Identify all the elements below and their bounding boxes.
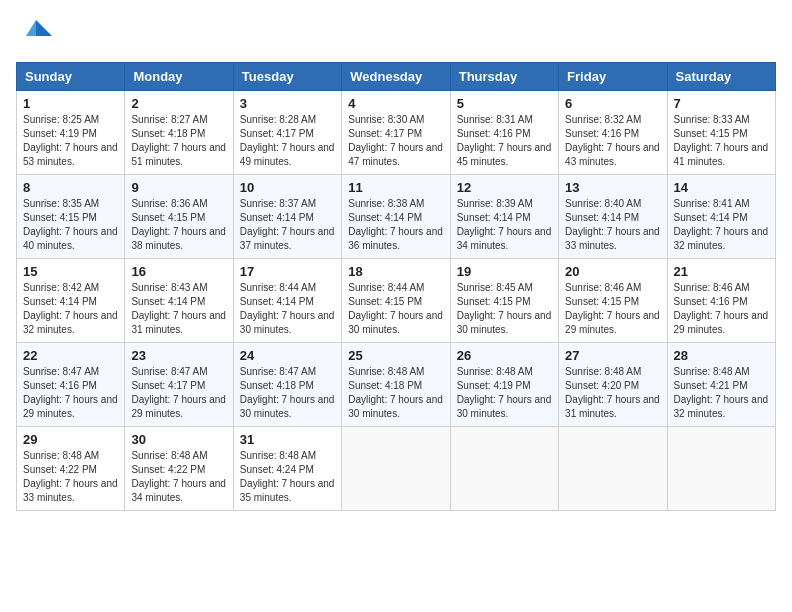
day-info: Sunrise: 8:48 AMSunset: 4:18 PMDaylight:…	[348, 366, 443, 419]
day-cell-20: 20 Sunrise: 8:46 AMSunset: 4:15 PMDaylig…	[559, 259, 667, 343]
day-cell-15: 15 Sunrise: 8:42 AMSunset: 4:14 PMDaylig…	[17, 259, 125, 343]
day-info: Sunrise: 8:27 AMSunset: 4:18 PMDaylight:…	[131, 114, 226, 167]
day-cell-7: 7 Sunrise: 8:33 AMSunset: 4:15 PMDayligh…	[667, 91, 775, 175]
day-info: Sunrise: 8:33 AMSunset: 4:15 PMDaylight:…	[674, 114, 769, 167]
day-cell-29: 29 Sunrise: 8:48 AMSunset: 4:22 PMDaylig…	[17, 427, 125, 511]
day-number: 14	[674, 180, 769, 195]
day-info: Sunrise: 8:43 AMSunset: 4:14 PMDaylight:…	[131, 282, 226, 335]
day-cell-22: 22 Sunrise: 8:47 AMSunset: 4:16 PMDaylig…	[17, 343, 125, 427]
weekday-header-sunday: Sunday	[17, 63, 125, 91]
day-number: 27	[565, 348, 660, 363]
day-info: Sunrise: 8:38 AMSunset: 4:14 PMDaylight:…	[348, 198, 443, 251]
day-cell-26: 26 Sunrise: 8:48 AMSunset: 4:19 PMDaylig…	[450, 343, 558, 427]
day-number: 19	[457, 264, 552, 279]
day-info: Sunrise: 8:47 AMSunset: 4:18 PMDaylight:…	[240, 366, 335, 419]
calendar: SundayMondayTuesdayWednesdayThursdayFrid…	[16, 62, 776, 511]
day-info: Sunrise: 8:48 AMSunset: 4:19 PMDaylight:…	[457, 366, 552, 419]
day-info: Sunrise: 8:32 AMSunset: 4:16 PMDaylight:…	[565, 114, 660, 167]
day-number: 3	[240, 96, 335, 111]
week-row-1: 1 Sunrise: 8:25 AMSunset: 4:19 PMDayligh…	[17, 91, 776, 175]
day-info: Sunrise: 8:45 AMSunset: 4:15 PMDaylight:…	[457, 282, 552, 335]
day-cell-13: 13 Sunrise: 8:40 AMSunset: 4:14 PMDaylig…	[559, 175, 667, 259]
day-cell-5: 5 Sunrise: 8:31 AMSunset: 4:16 PMDayligh…	[450, 91, 558, 175]
day-number: 8	[23, 180, 118, 195]
day-cell-19: 19 Sunrise: 8:45 AMSunset: 4:15 PMDaylig…	[450, 259, 558, 343]
day-cell-25: 25 Sunrise: 8:48 AMSunset: 4:18 PMDaylig…	[342, 343, 450, 427]
weekday-header-tuesday: Tuesday	[233, 63, 341, 91]
day-cell-11: 11 Sunrise: 8:38 AMSunset: 4:14 PMDaylig…	[342, 175, 450, 259]
day-info: Sunrise: 8:46 AMSunset: 4:16 PMDaylight:…	[674, 282, 769, 335]
day-number: 12	[457, 180, 552, 195]
empty-cell	[667, 427, 775, 511]
day-info: Sunrise: 8:46 AMSunset: 4:15 PMDaylight:…	[565, 282, 660, 335]
day-number: 24	[240, 348, 335, 363]
day-info: Sunrise: 8:44 AMSunset: 4:14 PMDaylight:…	[240, 282, 335, 335]
day-info: Sunrise: 8:47 AMSunset: 4:17 PMDaylight:…	[131, 366, 226, 419]
day-cell-10: 10 Sunrise: 8:37 AMSunset: 4:14 PMDaylig…	[233, 175, 341, 259]
day-cell-8: 8 Sunrise: 8:35 AMSunset: 4:15 PMDayligh…	[17, 175, 125, 259]
day-number: 11	[348, 180, 443, 195]
day-info: Sunrise: 8:35 AMSunset: 4:15 PMDaylight:…	[23, 198, 118, 251]
header	[16, 16, 776, 52]
day-number: 23	[131, 348, 226, 363]
day-number: 31	[240, 432, 335, 447]
day-number: 9	[131, 180, 226, 195]
empty-cell	[450, 427, 558, 511]
day-number: 6	[565, 96, 660, 111]
day-info: Sunrise: 8:48 AMSunset: 4:21 PMDaylight:…	[674, 366, 769, 419]
day-number: 29	[23, 432, 118, 447]
logo	[16, 16, 56, 52]
day-number: 2	[131, 96, 226, 111]
day-info: Sunrise: 8:30 AMSunset: 4:17 PMDaylight:…	[348, 114, 443, 167]
svg-marker-1	[26, 20, 36, 36]
week-row-3: 15 Sunrise: 8:42 AMSunset: 4:14 PMDaylig…	[17, 259, 776, 343]
day-cell-4: 4 Sunrise: 8:30 AMSunset: 4:17 PMDayligh…	[342, 91, 450, 175]
day-info: Sunrise: 8:37 AMSunset: 4:14 PMDaylight:…	[240, 198, 335, 251]
day-cell-24: 24 Sunrise: 8:47 AMSunset: 4:18 PMDaylig…	[233, 343, 341, 427]
day-cell-9: 9 Sunrise: 8:36 AMSunset: 4:15 PMDayligh…	[125, 175, 233, 259]
day-cell-27: 27 Sunrise: 8:48 AMSunset: 4:20 PMDaylig…	[559, 343, 667, 427]
weekday-header-row: SundayMondayTuesdayWednesdayThursdayFrid…	[17, 63, 776, 91]
day-number: 25	[348, 348, 443, 363]
day-info: Sunrise: 8:47 AMSunset: 4:16 PMDaylight:…	[23, 366, 118, 419]
day-cell-17: 17 Sunrise: 8:44 AMSunset: 4:14 PMDaylig…	[233, 259, 341, 343]
day-cell-23: 23 Sunrise: 8:47 AMSunset: 4:17 PMDaylig…	[125, 343, 233, 427]
day-info: Sunrise: 8:48 AMSunset: 4:24 PMDaylight:…	[240, 450, 335, 503]
empty-cell	[342, 427, 450, 511]
weekday-header-wednesday: Wednesday	[342, 63, 450, 91]
day-number: 17	[240, 264, 335, 279]
day-cell-1: 1 Sunrise: 8:25 AMSunset: 4:19 PMDayligh…	[17, 91, 125, 175]
day-number: 30	[131, 432, 226, 447]
day-number: 21	[674, 264, 769, 279]
day-cell-12: 12 Sunrise: 8:39 AMSunset: 4:14 PMDaylig…	[450, 175, 558, 259]
day-cell-3: 3 Sunrise: 8:28 AMSunset: 4:17 PMDayligh…	[233, 91, 341, 175]
day-number: 16	[131, 264, 226, 279]
day-cell-14: 14 Sunrise: 8:41 AMSunset: 4:14 PMDaylig…	[667, 175, 775, 259]
day-number: 18	[348, 264, 443, 279]
day-number: 22	[23, 348, 118, 363]
day-cell-21: 21 Sunrise: 8:46 AMSunset: 4:16 PMDaylig…	[667, 259, 775, 343]
day-number: 28	[674, 348, 769, 363]
day-info: Sunrise: 8:31 AMSunset: 4:16 PMDaylight:…	[457, 114, 552, 167]
logo-icon	[16, 16, 52, 52]
week-row-4: 22 Sunrise: 8:47 AMSunset: 4:16 PMDaylig…	[17, 343, 776, 427]
day-info: Sunrise: 8:39 AMSunset: 4:14 PMDaylight:…	[457, 198, 552, 251]
day-number: 20	[565, 264, 660, 279]
day-info: Sunrise: 8:44 AMSunset: 4:15 PMDaylight:…	[348, 282, 443, 335]
week-row-5: 29 Sunrise: 8:48 AMSunset: 4:22 PMDaylig…	[17, 427, 776, 511]
day-number: 15	[23, 264, 118, 279]
day-info: Sunrise: 8:48 AMSunset: 4:22 PMDaylight:…	[131, 450, 226, 503]
day-info: Sunrise: 8:40 AMSunset: 4:14 PMDaylight:…	[565, 198, 660, 251]
day-number: 13	[565, 180, 660, 195]
day-number: 10	[240, 180, 335, 195]
weekday-header-saturday: Saturday	[667, 63, 775, 91]
weekday-header-friday: Friday	[559, 63, 667, 91]
empty-cell	[559, 427, 667, 511]
day-number: 4	[348, 96, 443, 111]
day-info: Sunrise: 8:42 AMSunset: 4:14 PMDaylight:…	[23, 282, 118, 335]
day-info: Sunrise: 8:48 AMSunset: 4:20 PMDaylight:…	[565, 366, 660, 419]
week-row-2: 8 Sunrise: 8:35 AMSunset: 4:15 PMDayligh…	[17, 175, 776, 259]
svg-marker-0	[36, 20, 52, 36]
day-cell-28: 28 Sunrise: 8:48 AMSunset: 4:21 PMDaylig…	[667, 343, 775, 427]
weekday-header-thursday: Thursday	[450, 63, 558, 91]
